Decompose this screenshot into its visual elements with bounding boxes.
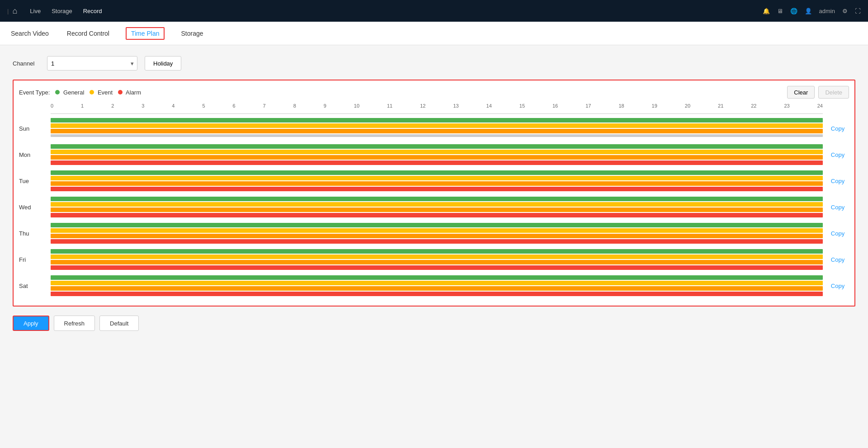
event-dot (90, 90, 94, 94)
settings-icon[interactable]: ⚙ (842, 8, 848, 14)
t0: 0 (51, 103, 53, 108)
day-label-mon: Mon (19, 151, 51, 158)
bar-green (51, 118, 823, 123)
table-row: Mon Copy (19, 143, 849, 166)
t7: 7 (263, 103, 266, 108)
bar-red (51, 239, 823, 244)
bar-orange (51, 234, 823, 238)
day-bars-mon[interactable] (51, 144, 823, 165)
holiday-button[interactable]: Holiday (145, 56, 181, 71)
subnav-storage[interactable]: Storage (179, 22, 205, 45)
t10: 10 (354, 103, 359, 108)
topnav-right: 🔔 🖥 🌐 👤 admin ⚙ ⛶ (763, 8, 861, 14)
bar-red (51, 187, 823, 191)
bar-orange (51, 181, 823, 186)
bar-yellow (51, 281, 823, 285)
copy-button-mon[interactable]: Copy (826, 151, 849, 158)
day-bars-sat[interactable] (51, 275, 823, 296)
copy-button-fri[interactable]: Copy (826, 256, 849, 263)
general-label: General (63, 89, 84, 96)
nav-record[interactable]: Record (83, 8, 102, 14)
time-axis: 0 1 2 3 4 5 6 7 8 9 10 11 12 13 14 15 16 (51, 103, 823, 114)
subnav-search-video[interactable]: Search Video (9, 22, 51, 45)
default-button[interactable]: Default (99, 316, 139, 331)
legend-left: Event Type: General Event Alarm (19, 89, 141, 96)
bell-icon[interactable]: 🔔 (763, 8, 770, 14)
apply-button[interactable]: Apply (13, 316, 49, 331)
time-axis-row: 0 1 2 3 4 5 6 7 8 9 10 11 12 13 14 15 16 (19, 103, 849, 114)
tick-line (51, 113, 823, 114)
copy-button-tue[interactable]: Copy (826, 178, 849, 184)
nav-live[interactable]: Live (30, 8, 41, 14)
bottom-buttons: Apply Refresh Default (13, 316, 855, 331)
event-label: Event (98, 89, 113, 96)
day-label-tue: Tue (19, 178, 51, 184)
t12: 12 (420, 103, 425, 108)
subnav-time-plan[interactable]: Time Plan (126, 27, 165, 40)
channel-select[interactable]: 1 2 3 4 (47, 56, 137, 71)
legend-event: Event (90, 89, 113, 96)
user-icon: 👤 (805, 8, 812, 14)
home-icon[interactable]: ⌂ (12, 6, 17, 16)
day-bars-tue[interactable] (51, 170, 823, 191)
schedule-container: Event Type: General Event Alarm Clear De… (13, 80, 855, 307)
day-bars-wed[interactable] (51, 197, 823, 217)
copy-button-wed[interactable]: Copy (826, 204, 849, 211)
channel-label: Channel (13, 60, 40, 67)
day-bars-fri[interactable] (51, 249, 823, 270)
table-row: Sun Copy (19, 117, 849, 140)
t23: 23 (784, 103, 789, 108)
clear-button[interactable]: Clear (787, 86, 815, 99)
t13: 13 (453, 103, 458, 108)
nav-divider: | (7, 8, 9, 14)
day-bars-sun[interactable] (51, 118, 823, 139)
alarm-label: Alarm (126, 89, 141, 96)
refresh-button[interactable]: Refresh (54, 316, 95, 331)
bar-orange (51, 207, 823, 212)
bar-green (51, 170, 823, 175)
day-label-thu: Thu (19, 230, 51, 237)
monitor-icon[interactable]: 🖥 (777, 8, 783, 14)
t19: 19 (652, 103, 657, 108)
day-label-sun: Sun (19, 125, 51, 132)
bar-yellow (51, 176, 823, 180)
nav-storage[interactable]: Storage (52, 8, 72, 14)
legend-right: Clear Delete (787, 86, 849, 99)
t6: 6 (232, 103, 235, 108)
t20: 20 (685, 103, 690, 108)
subnav-record-control[interactable]: Record Control (65, 22, 111, 45)
copy-button-thu[interactable]: Copy (826, 230, 849, 237)
bar-orange (51, 260, 823, 264)
bar-green (51, 223, 823, 227)
t4: 4 (172, 103, 175, 108)
copy-button-sat[interactable]: Copy (826, 283, 849, 289)
bar-yellow (51, 150, 823, 154)
bar-yellow (51, 255, 823, 259)
bar-red (51, 292, 823, 296)
expand-icon[interactable]: ⛶ (855, 8, 861, 14)
delete-button[interactable]: Delete (818, 86, 849, 99)
channel-row: Channel 1 2 3 4 Holiday (13, 56, 855, 71)
t8: 8 (293, 103, 296, 108)
t1: 1 (81, 103, 84, 108)
bar-yellow (51, 123, 823, 128)
bar-orange (51, 129, 823, 133)
legend-alarm: Alarm (118, 89, 141, 96)
general-dot (55, 90, 60, 94)
event-legend: Event Type: General Event Alarm Clear De… (19, 86, 849, 99)
main-content: Channel 1 2 3 4 Holiday Event Type: Gene… (0, 45, 868, 448)
t3: 3 (142, 103, 144, 108)
t9: 9 (324, 103, 326, 108)
day-bars-thu[interactable] (51, 223, 823, 244)
bar-green (51, 197, 823, 201)
copy-button-sun[interactable]: Copy (826, 125, 849, 132)
t11: 11 (387, 103, 392, 108)
t2: 2 (111, 103, 114, 108)
globe-icon[interactable]: 🌐 (790, 8, 797, 14)
table-row: Fri Copy (19, 248, 849, 271)
topnav: | ⌂ Live Storage Record 🔔 🖥 🌐 👤 admin ⚙ … (0, 0, 868, 22)
table-row: Tue Copy (19, 169, 849, 193)
bar-orange (51, 155, 823, 160)
t17: 17 (585, 103, 591, 108)
t14: 14 (486, 103, 492, 108)
